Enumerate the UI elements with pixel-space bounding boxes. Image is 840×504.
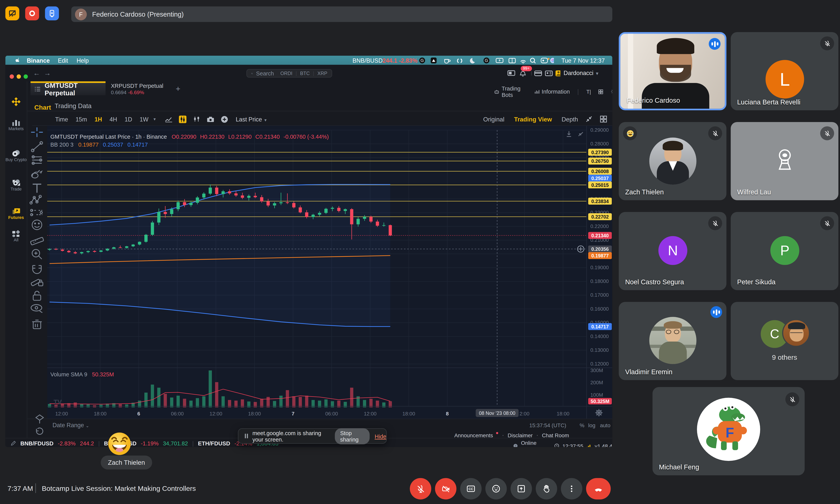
layout-grid-icon[interactable] [598,89,603,94]
mic-off-icon [824,130,831,137]
raise-hand-button[interactable] [536,478,557,500]
interval-time[interactable]: Time [55,116,68,122]
present-button[interactable] [511,478,532,500]
captions-button[interactable]: CC [460,478,482,500]
tab-gmtusdt-perpetual[interactable]: GMTUSDT Perpetual [31,82,106,95]
menu-help[interactable]: Help [77,57,89,64]
information-link[interactable]: Information [542,88,570,95]
candlestick-style-icon[interactable] [179,115,187,123]
record-button[interactable] [25,6,39,20]
menubar-status-icons: G G [419,57,554,64]
participant-tile-vladimir[interactable]: Vladimir Eremin [619,302,727,380]
view-trading-view[interactable]: Trading View [514,116,552,122]
reaction-name-pill: Zach Thielen [101,455,152,469]
date-range-dropdown[interactable]: Date Range ⌄ [52,422,89,428]
chart-clock: 15:37:54 (UTC) [529,422,566,428]
log-scale-button[interactable]: log [588,422,595,428]
chart-corner-icons[interactable] [565,130,587,138]
captions-icon: CC [466,484,476,493]
settings-gear-icon[interactable] [611,88,612,95]
svg-text:6: 6 [137,411,140,417]
multi-layout-icon[interactable] [600,116,607,123]
sidebar-item-futures[interactable]: Futures [5,207,27,220]
tab-chart[interactable]: Chart [34,102,51,112]
interval-dropdown-caret[interactable]: ▼ [153,117,156,121]
end-call-button[interactable] [586,478,611,500]
participant-tile-zach[interactable]: Zach Thielen [619,122,727,200]
app-version: v1.48.4 [595,443,612,447]
apple-icon [15,57,21,63]
reactions-button[interactable] [486,478,507,500]
mic-off-icon [712,130,719,137]
menu-edit[interactable]: Edit [58,57,68,64]
participant-tile-noel[interactable]: N Noel Castro Segura [619,212,727,290]
auto-scale-button[interactable]: auto [600,422,610,428]
interval-1d[interactable]: 1D [125,116,132,122]
mic-toggle-button[interactable] [410,478,431,500]
raise-hand-icon [542,484,551,493]
camera-icon[interactable] [207,116,214,122]
price-chart[interactable]: 0.290000.280000.270000.260000.250000.240… [47,126,612,418]
search-tag-ordi[interactable]: ORDI [280,71,292,76]
compare-icon[interactable] [193,116,200,123]
hide-sharing-button[interactable]: Hide [375,433,386,439]
line-chart-icon[interactable] [165,116,173,122]
participant-tile-wilfred[interactable]: Wilfred Lau [731,122,838,200]
interval-1h[interactable]: 1H [94,116,102,122]
interval-4h[interactable]: 4H [109,116,117,122]
search-tag-xrp[interactable]: XRP [317,71,327,76]
account-menu[interactable]: Dardonacci ▼ [564,70,599,76]
support-icon: ? [513,443,518,447]
sidebar-item-trade[interactable]: Trade [5,179,27,192]
header-icon-strip[interactable] [507,69,560,78]
interval-1w[interactable]: 1W [140,116,148,122]
online-support-link[interactable]: Online Support [521,440,552,447]
search-input[interactable]: Search ORDI| BTC| XRP [246,69,332,77]
screenshare-blocked-button[interactable] [5,6,19,20]
participant-tile-michael[interactable]: F Michael Feng [652,387,805,475]
view-original[interactable]: Original [483,116,504,122]
percent-scale-button[interactable]: % [580,422,584,428]
participant-tile-luciana[interactable]: L Luciana Berta Revelli [731,32,838,110]
svg-text:0.16000: 0.16000 [590,306,609,312]
indicator-plus-icon[interactable] [221,115,228,123]
interval-buttons[interactable]: Time15m1H4H1D1W [55,116,148,122]
participant-name: Vladimir Eremin [625,368,672,376]
avatar-photo [782,319,810,347]
tab-xrpusdt-perpetual[interactable]: XRPUSDT Perpetual 0.6694 -6.69% [111,83,163,95]
more-options-button[interactable] [561,478,582,500]
collapse-icon[interactable] [585,116,593,123]
share-to-device-button[interactable] [45,6,59,20]
edit-ticker-icon[interactable] [11,440,16,446]
menu-binance[interactable]: Binance [27,57,50,64]
interval-15m[interactable]: 15m [75,116,87,122]
participant-tile-peter[interactable]: P Peter Sikuda [731,212,838,290]
view-depth[interactable]: Depth [562,116,578,122]
announcements-link[interactable]: Announcements [454,432,493,438]
add-tab-button[interactable]: + [176,84,180,93]
stop-sharing-button[interactable]: Stop sharing [335,428,370,444]
chat-room-link[interactable]: Chat Room [542,432,569,438]
sidebar-item-all[interactable]: All [5,230,27,242]
svg-text:300M: 300M [590,367,603,373]
chart-side-buttons[interactable] [32,413,48,437]
sidebar-item-buy-crypto[interactable]: Buy Crypto [5,149,27,162]
svg-text:0.12000: 0.12000 [590,361,609,367]
svg-text:100M: 100M [590,392,603,398]
tab-trading-data[interactable]: Trading Data [55,102,91,110]
svg-text:0.14000: 0.14000 [590,334,609,339]
nav-back-button[interactable]: ← [33,69,40,77]
search-tag-btc[interactable]: BTC [300,71,310,76]
price-mode-dropdown[interactable]: Last Price ▼ [236,116,267,122]
sidebar-item-markets[interactable]: Markets [5,119,27,131]
drawing-toolbar[interactable] [27,126,47,410]
nav-forward-button[interactable]: → [44,69,51,77]
svg-text:0.23834: 0.23834 [591,199,609,204]
camera-toggle-button[interactable] [435,478,457,500]
participant-tile-others[interactable]: C 9 others [731,302,838,380]
trading-bots-link[interactable]: Trading Bots [502,85,527,98]
participant-tile-federico[interactable]: Federico Cardoso [619,32,727,110]
font-size-button[interactable]: T| [586,89,591,94]
disclaimer-link[interactable]: Disclaimer [508,432,532,438]
view-switcher[interactable]: OriginalTrading ViewDepth [483,116,578,122]
